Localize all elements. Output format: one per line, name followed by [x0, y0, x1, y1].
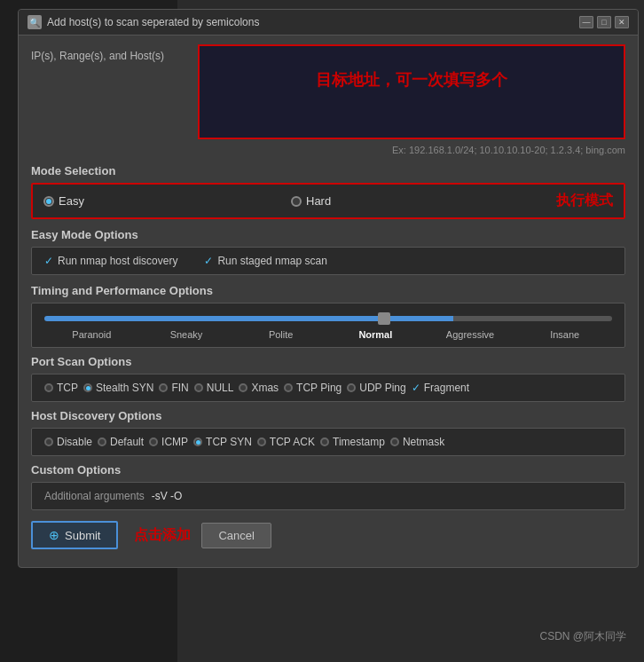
submit-icon: ⊕ [49, 528, 59, 542]
timing-box: Paranoid Sneaky Polite Normal Aggressive… [31, 303, 625, 348]
mode-easy[interactable]: Easy [43, 194, 291, 208]
example-text: Ex: 192.168.1.0/24; 10.10.10.10-20; 1.2.… [31, 145, 625, 155]
run-host-discovery-option[interactable]: ✓ Run nmap host discovery [44, 255, 177, 267]
slider-container [44, 311, 612, 324]
port-fin[interactable]: FIN [159, 382, 188, 394]
port-tcp-ping-label: TCP Ping [296, 382, 342, 394]
port-tcp[interactable]: TCP [44, 382, 78, 394]
app-icon: 🔍 [27, 15, 42, 29]
host-timestamp-radio[interactable] [320, 437, 329, 446]
submit-button[interactable]: ⊕ Submit [31, 521, 118, 549]
host-timestamp-label: Timestamp [333, 436, 385, 448]
custom-options-box: Additional arguments [31, 482, 625, 510]
mode-hint: 执行模式 [556, 192, 613, 210]
port-udp-ping-label: UDP Ping [359, 382, 405, 394]
minimize-button[interactable]: — [579, 16, 593, 28]
timing-sneaky: Sneaky [139, 329, 234, 340]
dialog-content: IP(s), Range(s), and Host(s) 目标地址，可一次填写多… [19, 35, 638, 567]
run-staged-scan-option[interactable]: ✓ Run staged nmap scan [204, 255, 326, 267]
main-dialog: 🔍 Add host(s) to scan seperated by semic… [18, 9, 639, 568]
custom-args-label: Additional arguments [44, 490, 145, 502]
easy-options-header: Easy Mode Options [31, 228, 625, 241]
host-tcp-ack-label: TCP ACK [270, 436, 315, 448]
mode-section: Easy Hard 执行模式 [31, 183, 625, 219]
port-fin-label: FIN [171, 382, 188, 394]
dialog-title: Add host(s) to scan seperated by semicol… [47, 16, 259, 28]
custom-options-header: Custom Options [31, 463, 625, 477]
host-netmask-radio[interactable] [390, 437, 399, 446]
submit-hint: 点击添加 [134, 526, 191, 545]
port-null[interactable]: NULL [194, 382, 234, 394]
port-tcp-ping[interactable]: TCP Ping [284, 382, 342, 394]
host-tcp-syn-label: TCP SYN [206, 436, 252, 448]
timing-labels: Paranoid Sneaky Polite Normal Aggressive… [44, 329, 612, 340]
port-xmas-label: Xmas [251, 382, 279, 394]
mode-easy-radio[interactable] [43, 196, 54, 207]
close-button[interactable]: ✕ [615, 16, 629, 28]
port-xmas[interactable]: Xmas [239, 382, 279, 394]
host-disable-radio[interactable] [44, 437, 53, 446]
host-icmp-radio[interactable] [149, 437, 158, 446]
timing-aggressive: Aggressive [423, 329, 518, 340]
port-fragment-label: Fragment [424, 382, 469, 394]
maximize-button[interactable]: □ [597, 16, 611, 28]
host-discovery-check: ✓ [44, 255, 53, 267]
port-fragment-check: ✓ [412, 382, 420, 394]
timing-polite: Polite [233, 329, 328, 340]
host-default-label: Default [110, 436, 144, 448]
host-discovery-label: Run nmap host discovery [58, 255, 177, 267]
host-tcp-ack-radio[interactable] [257, 437, 266, 446]
host-icmp-label: ICMP [161, 436, 188, 448]
port-tcp-radio[interactable] [44, 383, 53, 392]
port-tcp-ping-radio[interactable] [284, 383, 293, 392]
mode-hard-radio[interactable] [291, 196, 302, 207]
host-timestamp[interactable]: Timestamp [320, 436, 385, 448]
target-section: IP(s), Range(s), and Host(s) 目标地址，可一次填写多… [31, 44, 625, 139]
host-discovery-header: Host Discovery Options [31, 409, 625, 422]
host-tcp-ack[interactable]: TCP ACK [257, 436, 315, 448]
title-bar-left: 🔍 Add host(s) to scan seperated by semic… [27, 15, 259, 29]
port-fin-radio[interactable] [159, 383, 168, 392]
host-disable[interactable]: Disable [44, 436, 92, 448]
port-udp-ping[interactable]: UDP Ping [347, 382, 405, 394]
host-icmp[interactable]: ICMP [149, 436, 188, 448]
port-xmas-radio[interactable] [239, 383, 247, 392]
host-disable-label: Disable [57, 436, 92, 448]
port-stealth-syn[interactable]: Stealth SYN [83, 382, 153, 394]
target-input-container: 目标地址，可一次填写多个 [198, 44, 625, 139]
host-tcp-syn[interactable]: TCP SYN [193, 436, 252, 448]
submit-label: Submit [65, 529, 100, 542]
buttons-row: ⊕ Submit 点击添加 Cancel [31, 521, 625, 558]
target-textarea[interactable] [200, 46, 624, 135]
timing-normal: Normal [328, 329, 423, 340]
host-netmask[interactable]: Netmask [390, 436, 444, 448]
mode-hard-label: Hard [306, 194, 331, 208]
port-null-label: NULL [207, 382, 234, 394]
staged-scan-label: Run staged nmap scan [217, 255, 326, 267]
host-tcp-syn-radio[interactable] [193, 437, 202, 446]
timing-slider[interactable] [44, 316, 612, 321]
port-scan-header: Port Scan Options [31, 355, 625, 368]
timing-insane: Insane [517, 329, 612, 340]
port-null-radio[interactable] [194, 383, 203, 392]
mode-hard[interactable]: Hard [291, 194, 538, 208]
port-fragment[interactable]: ✓ Fragment [412, 382, 469, 394]
cancel-label: Cancel [218, 529, 254, 542]
timing-header: Timing and Performance Options [31, 284, 625, 297]
port-tcp-label: TCP [57, 382, 78, 394]
cancel-button[interactable]: Cancel [201, 523, 271, 548]
easy-options-box: ✓ Run nmap host discovery ✓ Run staged n… [31, 247, 625, 275]
host-discovery-box: Disable Default ICMP TCP SYN TCP ACK Tim… [31, 428, 625, 456]
staged-scan-check: ✓ [204, 255, 213, 267]
port-stealth-syn-label: Stealth SYN [96, 382, 153, 394]
mode-section-header: Mode Selection [31, 164, 625, 177]
host-default[interactable]: Default [98, 436, 144, 448]
port-scan-box: TCP Stealth SYN FIN NULL Xmas TCP Ping [31, 374, 625, 402]
port-udp-ping-radio[interactable] [347, 383, 356, 392]
host-default-radio[interactable] [98, 437, 106, 446]
port-stealth-syn-radio[interactable] [83, 383, 92, 392]
watermark: CSDN @阿木同学 [539, 629, 626, 644]
mode-easy-label: Easy [59, 194, 84, 208]
timing-paranoid: Paranoid [44, 329, 139, 340]
custom-args-input[interactable] [152, 490, 612, 502]
